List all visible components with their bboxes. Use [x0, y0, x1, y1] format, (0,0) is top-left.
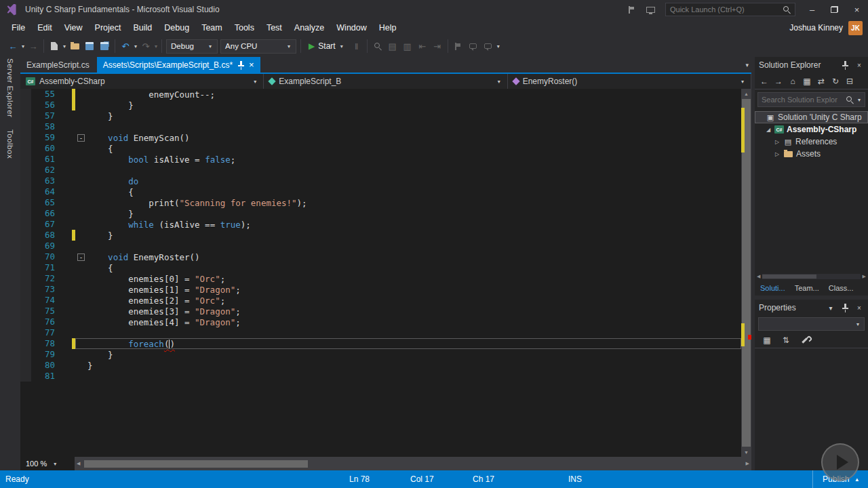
chevron-down-icon[interactable]: ▾: [856, 97, 862, 103]
code-line-75[interactable]: 75 enemies[3] = "Dragon";: [20, 306, 741, 317]
start-debugging-button[interactable]: ▶ Start ▾: [304, 39, 349, 54]
solution-search-input[interactable]: [758, 96, 843, 104]
editor-hscrollbar[interactable]: ◀ ▶: [75, 457, 751, 470]
panel-tab-class[interactable]: Class...: [829, 284, 854, 292]
tree-item-assets[interactable]: ▷Assets: [755, 148, 868, 160]
solution-platforms-dropdown[interactable]: Any CPU ▾: [220, 39, 296, 54]
code-line-56[interactable]: 56 }: [20, 100, 741, 110]
code-line-59[interactable]: 59- void EnemyScan(): [20, 132, 741, 143]
menu-window[interactable]: Window: [330, 20, 372, 35]
sync-with-active-document-icon[interactable]: ⇄: [814, 75, 828, 88]
navigate-back-dropdown-icon[interactable]: ▾: [20, 43, 26, 49]
code-line-72[interactable]: 72 enemies[0] = "Orc";: [20, 273, 741, 284]
solution-tree-hscrollbar[interactable]: ◀ ▶: [755, 272, 868, 281]
code-line-78[interactable]: 78 foreach(): [20, 338, 741, 349]
tree-item-solution-unity-c-sharp[interactable]: ▣Solution 'Unity C Sharp: [755, 111, 868, 123]
find-in-files-button[interactable]: [370, 39, 385, 54]
redo-button[interactable]: ↷: [138, 39, 153, 54]
undo-dropdown-icon[interactable]: ▾: [133, 43, 138, 49]
signed-in-user[interactable]: Joshua Kinney: [789, 23, 843, 33]
code-line-58[interactable]: 58: [20, 121, 741, 132]
undo-button[interactable]: ↶: [118, 39, 133, 54]
zoom-control[interactable]: 100 % ▾: [20, 457, 75, 470]
code-line-68[interactable]: 68 }: [20, 230, 741, 241]
menu-project[interactable]: Project: [89, 20, 127, 35]
navigate-back-button[interactable]: ←: [5, 39, 20, 54]
break-all-button[interactable]: ‖: [349, 39, 364, 54]
panel-tab-soluti[interactable]: Soluti...: [760, 284, 785, 292]
restore-button[interactable]: [823, 0, 846, 19]
code-line-63[interactable]: 63 do: [20, 176, 741, 186]
categorized-icon[interactable]: ▦: [760, 333, 774, 347]
code-line-66[interactable]: 66 }: [20, 208, 741, 219]
project-dropdown[interactable]: C# Assembly-CSharp ▾: [20, 74, 264, 89]
minimize-button[interactable]: –: [801, 0, 823, 19]
code-line-79[interactable]: 79 }: [20, 349, 741, 360]
user-avatar[interactable]: JK: [848, 21, 863, 35]
type-dropdown[interactable]: ExampleScript_B ▾: [264, 74, 507, 89]
expand-icon[interactable]: ◢: [765, 127, 772, 133]
code-line-62[interactable]: 62: [20, 165, 741, 176]
solution-search-box[interactable]: ▾: [757, 92, 865, 107]
menu-test[interactable]: Test: [260, 20, 288, 35]
toolbar-overflow-icon[interactable]: ▾: [496, 43, 501, 49]
close-icon[interactable]: ×: [854, 303, 864, 312]
menu-help[interactable]: Help: [373, 20, 403, 35]
toggle-bookmark-button[interactable]: [451, 39, 466, 54]
menu-build[interactable]: Build: [127, 20, 158, 35]
menu-file[interactable]: File: [5, 20, 31, 35]
code-line-73[interactable]: 73 enemies[1] = "Dragon";: [20, 284, 741, 295]
side-tab-server-explorer[interactable]: Server Explorer: [6, 58, 14, 117]
forward-icon[interactable]: →: [772, 75, 785, 88]
code-line-67[interactable]: 67 while (isAlive == true);: [20, 219, 741, 230]
code-line-69[interactable]: 69: [20, 241, 741, 251]
quick-launch-input[interactable]: Quick Launch (Ctrl+Q): [665, 3, 795, 16]
new-file-button[interactable]: [47, 39, 62, 54]
uncomment-selection-button[interactable]: [481, 39, 496, 54]
menu-team[interactable]: Team: [195, 20, 229, 35]
hscroll-thumb[interactable]: [762, 274, 816, 279]
code-line-55[interactable]: 55 enemyCount--;: [20, 89, 741, 100]
solution-explorer-header[interactable]: Solution Explorer ×: [755, 57, 868, 73]
side-tab-toolbox[interactable]: Toolbox: [6, 129, 14, 159]
code-line-80[interactable]: 80}: [20, 360, 741, 371]
menu-view[interactable]: View: [58, 20, 89, 35]
code-line-70[interactable]: 70- void EnemyRoster(): [20, 251, 741, 262]
menu-tools[interactable]: Tools: [229, 20, 260, 35]
scroll-left-icon[interactable]: ◀: [757, 274, 760, 279]
collapse-region-icon[interactable]: -: [77, 134, 85, 142]
redo-dropdown-icon[interactable]: ▾: [153, 43, 159, 49]
pin-icon[interactable]: [840, 60, 850, 70]
pin-icon[interactable]: [237, 61, 244, 69]
doc-tab[interactable]: Assets\Scripts\ExampleScript_B.cs*×: [97, 57, 260, 73]
scroll-right-icon[interactable]: ▶: [746, 461, 749, 466]
save-all-button[interactable]: [97, 39, 112, 54]
tree-item-assembly-csharp[interactable]: ◢C#Assembly-CSharp: [755, 123, 868, 136]
menu-debug[interactable]: Debug: [158, 20, 195, 35]
refresh-icon[interactable]: ↻: [829, 75, 842, 88]
menu-edit[interactable]: Edit: [31, 20, 58, 35]
code-line-76[interactable]: 76 enemies[4] = "Dragon";: [20, 317, 741, 327]
video-play-overlay-button[interactable]: [821, 443, 859, 481]
scroll-up-icon[interactable]: ▲: [741, 89, 751, 98]
comment-selection-button[interactable]: [466, 39, 481, 54]
code-line-60[interactable]: 60 {: [20, 143, 741, 154]
pin-icon[interactable]: [840, 303, 850, 312]
send-feedback-icon[interactable]: [622, 0, 641, 19]
decrease-indent-button[interactable]: ⇤: [415, 39, 430, 54]
scroll-down-icon[interactable]: ▼: [741, 447, 751, 457]
collapse-all-icon[interactable]: ⊟: [843, 75, 856, 88]
properties-object-dropdown[interactable]: ▾: [758, 317, 865, 331]
code-line-57[interactable]: 57 }: [20, 110, 741, 121]
close-icon[interactable]: ×: [249, 60, 254, 69]
editor-vscrollbar[interactable]: ▲ ▼: [741, 89, 751, 457]
new-file-dropdown-icon[interactable]: ▾: [62, 43, 67, 49]
close-icon[interactable]: ×: [854, 60, 864, 70]
code-line-65[interactable]: 65 print("Scanning for enemies!");: [20, 197, 741, 208]
show-all-files-icon[interactable]: ▦: [800, 75, 814, 88]
back-icon[interactable]: ←: [757, 75, 771, 88]
increase-indent-button[interactable]: ⇥: [430, 39, 445, 54]
expand-icon[interactable]: ▷: [774, 151, 781, 157]
tree-item-references[interactable]: ▷▤References: [755, 136, 868, 148]
remote-screen-icon[interactable]: [641, 0, 660, 19]
